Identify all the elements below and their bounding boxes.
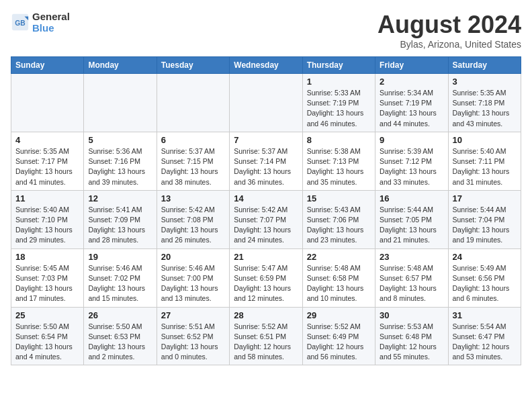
- calendar-cell: 19Sunrise: 5:46 AMSunset: 7:02 PMDayligh…: [84, 248, 157, 307]
- day-info: Sunrise: 5:39 AMSunset: 7:12 PMDaylight:…: [380, 146, 443, 187]
- day-number: 18: [15, 252, 79, 262]
- calendar-cell: 23Sunrise: 5:48 AMSunset: 6:57 PMDayligh…: [375, 248, 448, 307]
- day-number: 11: [15, 193, 79, 203]
- day-info: Sunrise: 5:54 AMSunset: 6:47 PMDaylight:…: [453, 322, 517, 363]
- day-number: 6: [161, 135, 225, 145]
- day-number: 15: [307, 193, 371, 203]
- day-number: 19: [88, 252, 152, 262]
- calendar-table: SundayMondayTuesdayWednesdayThursdayFrid…: [11, 56, 521, 365]
- logo: GB General Blue: [11, 11, 70, 34]
- day-info: Sunrise: 5:52 AMSunset: 6:49 PMDaylight:…: [307, 322, 371, 363]
- day-number: 10: [453, 135, 517, 145]
- calendar-week-row: 4Sunrise: 5:35 AMSunset: 7:17 PMDaylight…: [11, 132, 521, 190]
- day-number: 1: [307, 77, 371, 87]
- calendar-cell: 13Sunrise: 5:42 AMSunset: 7:08 PMDayligh…: [157, 190, 229, 248]
- weekday-header-friday: Friday: [375, 57, 448, 74]
- calendar-cell: 28Sunrise: 5:52 AMSunset: 6:51 PMDayligh…: [230, 307, 302, 365]
- calendar-week-row: 18Sunrise: 5:45 AMSunset: 7:03 PMDayligh…: [11, 248, 521, 307]
- day-info: Sunrise: 5:50 AMSunset: 6:54 PMDaylight:…: [15, 322, 79, 363]
- day-number: 7: [234, 135, 298, 145]
- weekday-header-row: SundayMondayTuesdayWednesdayThursdayFrid…: [11, 57, 521, 74]
- day-number: 20: [161, 252, 225, 262]
- calendar-cell: 20Sunrise: 5:46 AMSunset: 7:00 PMDayligh…: [157, 248, 229, 307]
- weekday-header-tuesday: Tuesday: [157, 57, 229, 74]
- day-number: 4: [15, 135, 79, 145]
- calendar-cell: 3Sunrise: 5:35 AMSunset: 7:18 PMDaylight…: [448, 74, 521, 132]
- day-info: Sunrise: 5:37 AMSunset: 7:14 PMDaylight:…: [234, 146, 298, 187]
- day-info: Sunrise: 5:51 AMSunset: 6:52 PMDaylight:…: [161, 322, 225, 363]
- day-number: 13: [161, 193, 225, 203]
- day-info: Sunrise: 5:40 AMSunset: 7:11 PMDaylight:…: [453, 146, 517, 187]
- day-info: Sunrise: 5:46 AMSunset: 7:02 PMDaylight:…: [88, 263, 152, 304]
- day-info: Sunrise: 5:44 AMSunset: 7:04 PMDaylight:…: [453, 205, 517, 246]
- logo-text-line1: General: [32, 11, 70, 22]
- day-info: Sunrise: 5:34 AMSunset: 7:19 PMDaylight:…: [380, 88, 443, 129]
- calendar-cell: 5Sunrise: 5:36 AMSunset: 7:16 PMDaylight…: [84, 132, 157, 190]
- day-number: 9: [380, 135, 443, 145]
- calendar-week-row: 11Sunrise: 5:40 AMSunset: 7:10 PMDayligh…: [11, 190, 521, 248]
- calendar-cell: 29Sunrise: 5:52 AMSunset: 6:49 PMDayligh…: [302, 307, 375, 365]
- day-info: Sunrise: 5:41 AMSunset: 7:09 PMDaylight:…: [88, 205, 152, 246]
- location: Bylas, Arizona, United States: [378, 39, 521, 50]
- day-number: 21: [234, 252, 298, 262]
- day-info: Sunrise: 5:43 AMSunset: 7:06 PMDaylight:…: [307, 205, 371, 246]
- day-number: 17: [453, 193, 517, 203]
- day-info: Sunrise: 5:52 AMSunset: 6:51 PMDaylight:…: [234, 322, 298, 363]
- day-info: Sunrise: 5:38 AMSunset: 7:13 PMDaylight:…: [307, 146, 371, 187]
- calendar-cell: [84, 74, 157, 132]
- calendar-week-row: 1Sunrise: 5:33 AMSunset: 7:19 PMDaylight…: [11, 74, 521, 132]
- calendar-cell: 16Sunrise: 5:44 AMSunset: 7:05 PMDayligh…: [375, 190, 448, 248]
- day-number: 3: [453, 77, 517, 87]
- day-number: 16: [380, 193, 443, 203]
- day-number: 24: [453, 252, 517, 262]
- weekday-header-sunday: Sunday: [11, 57, 84, 74]
- day-number: 2: [380, 77, 443, 87]
- day-info: Sunrise: 5:42 AMSunset: 7:08 PMDaylight:…: [161, 205, 225, 246]
- calendar-cell: 27Sunrise: 5:51 AMSunset: 6:52 PMDayligh…: [157, 307, 229, 365]
- day-number: 12: [88, 193, 152, 203]
- calendar-cell: 25Sunrise: 5:50 AMSunset: 6:54 PMDayligh…: [11, 307, 84, 365]
- calendar-cell: 24Sunrise: 5:49 AMSunset: 6:56 PMDayligh…: [448, 248, 521, 307]
- logo-text-line2: Blue: [32, 22, 70, 34]
- month-title: August 2024: [378, 11, 521, 39]
- calendar-cell: 10Sunrise: 5:40 AMSunset: 7:11 PMDayligh…: [448, 132, 521, 190]
- calendar-cell: 8Sunrise: 5:38 AMSunset: 7:13 PMDaylight…: [302, 132, 375, 190]
- weekday-header-wednesday: Wednesday: [230, 57, 302, 74]
- calendar-cell: 6Sunrise: 5:37 AMSunset: 7:15 PMDaylight…: [157, 132, 229, 190]
- calendar-cell: 2Sunrise: 5:34 AMSunset: 7:19 PMDaylight…: [375, 74, 448, 132]
- calendar-cell: 15Sunrise: 5:43 AMSunset: 7:06 PMDayligh…: [302, 190, 375, 248]
- calendar-cell: 12Sunrise: 5:41 AMSunset: 7:09 PMDayligh…: [84, 190, 157, 248]
- calendar-cell: [157, 74, 229, 132]
- day-number: 8: [307, 135, 371, 145]
- day-number: 14: [234, 193, 298, 203]
- calendar-cell: 18Sunrise: 5:45 AMSunset: 7:03 PMDayligh…: [11, 248, 84, 307]
- day-info: Sunrise: 5:35 AMSunset: 7:17 PMDaylight:…: [15, 146, 79, 187]
- day-info: Sunrise: 5:49 AMSunset: 6:56 PMDaylight:…: [453, 263, 517, 304]
- day-info: Sunrise: 5:44 AMSunset: 7:05 PMDaylight:…: [380, 205, 443, 246]
- calendar-cell: 11Sunrise: 5:40 AMSunset: 7:10 PMDayligh…: [11, 190, 84, 248]
- day-number: 27: [161, 310, 225, 320]
- calendar-cell: [11, 74, 84, 132]
- day-number: 22: [307, 252, 371, 262]
- calendar-cell: 22Sunrise: 5:48 AMSunset: 6:58 PMDayligh…: [302, 248, 375, 307]
- calendar-cell: 9Sunrise: 5:39 AMSunset: 7:12 PMDaylight…: [375, 132, 448, 190]
- day-info: Sunrise: 5:40 AMSunset: 7:10 PMDaylight:…: [15, 205, 79, 246]
- day-number: 30: [380, 310, 443, 320]
- weekday-header-thursday: Thursday: [302, 57, 375, 74]
- day-info: Sunrise: 5:46 AMSunset: 7:00 PMDaylight:…: [161, 263, 225, 304]
- day-info: Sunrise: 5:48 AMSunset: 6:58 PMDaylight:…: [307, 263, 371, 304]
- day-number: 28: [234, 310, 298, 320]
- calendar-cell: [230, 74, 302, 132]
- day-number: 29: [307, 310, 371, 320]
- day-number: 23: [380, 252, 443, 262]
- calendar-cell: 31Sunrise: 5:54 AMSunset: 6:47 PMDayligh…: [448, 307, 521, 365]
- calendar-cell: 30Sunrise: 5:53 AMSunset: 6:48 PMDayligh…: [375, 307, 448, 365]
- day-info: Sunrise: 5:48 AMSunset: 6:57 PMDaylight:…: [380, 263, 443, 304]
- calendar-cell: 17Sunrise: 5:44 AMSunset: 7:04 PMDayligh…: [448, 190, 521, 248]
- day-info: Sunrise: 5:33 AMSunset: 7:19 PMDaylight:…: [307, 88, 371, 129]
- calendar-week-row: 25Sunrise: 5:50 AMSunset: 6:54 PMDayligh…: [11, 307, 521, 365]
- calendar-cell: 21Sunrise: 5:47 AMSunset: 6:59 PMDayligh…: [230, 248, 302, 307]
- day-number: 5: [88, 135, 152, 145]
- day-info: Sunrise: 5:47 AMSunset: 6:59 PMDaylight:…: [234, 263, 298, 304]
- calendar-cell: 7Sunrise: 5:37 AMSunset: 7:14 PMDaylight…: [230, 132, 302, 190]
